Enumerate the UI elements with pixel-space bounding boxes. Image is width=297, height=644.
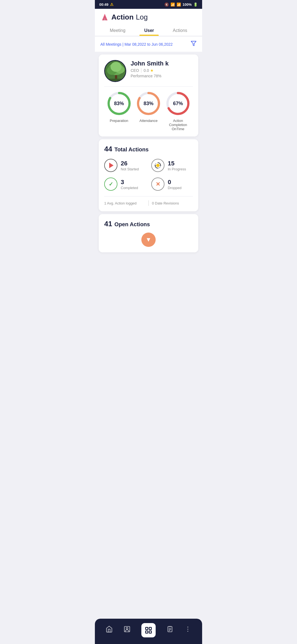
tab-meeting[interactable]: Meeting [104, 25, 131, 36]
header: Action Log Meeting User Actions [95, 9, 202, 36]
completed-text: 3 Completed [121, 179, 138, 190]
dropped-text: 0 Dropped [168, 179, 182, 190]
svg-rect-9 [105, 79, 126, 82]
tab-actions[interactable]: Actions [167, 25, 193, 36]
open-actions-label: Open Actions [114, 221, 150, 228]
stat-dropped: ✕ 0 Dropped [151, 178, 193, 191]
footer-divider [148, 200, 149, 206]
preparation-label: Preparation [110, 119, 128, 123]
user-name: John Smith k [131, 60, 193, 67]
role-divider [141, 68, 141, 73]
attendance-value: 83% [144, 101, 153, 107]
in-progress-label: In Progress [168, 167, 186, 171]
x-icon: ✕ [156, 181, 160, 187]
battery-text: 100% [183, 2, 192, 7]
app-title: Action Log [100, 13, 197, 21]
status-time: 00:49 [99, 2, 108, 7]
tabs: Meeting User Actions [100, 25, 197, 36]
svg-marker-2 [191, 41, 196, 46]
user-profile-card: John Smith k CEO 0.0 ★ Performance 78% [99, 54, 198, 137]
in-progress-icon-circle [151, 159, 164, 172]
total-actions-header: 44 Total Actions [104, 145, 193, 153]
title-log: Log [136, 13, 148, 21]
preparation-value: 83% [114, 101, 124, 107]
star-icon: ★ [150, 68, 154, 73]
stat-completed: ✓ 3 Completed [104, 178, 146, 191]
title-action: Action [111, 13, 134, 21]
stat-in-progress: 15 In Progress [151, 159, 193, 172]
signal-icon: 📶 [177, 2, 181, 7]
profile-divider [104, 86, 193, 87]
in-progress-text: 15 In Progress [168, 160, 186, 171]
avg-action: 1 Avg. Action logged [104, 201, 145, 205]
avatar [104, 60, 126, 82]
open-actions-card: 41 Open Actions ▼ [99, 214, 198, 252]
attendance-circle: 83% [136, 91, 161, 116]
total-count: 44 [104, 145, 112, 153]
total-label: Total Actions [114, 146, 148, 153]
not-started-text: 26 Not Started [121, 160, 139, 171]
svg-point-7 [111, 62, 122, 72]
user-rating: 0.0 ★ [144, 68, 153, 73]
actions-stats-card: 44 Total Actions 26 Not Started [99, 139, 198, 211]
open-actions-count: 41 [104, 220, 112, 228]
open-actions-header: 41 Open Actions [104, 220, 193, 228]
filter-icon[interactable] [191, 40, 197, 48]
in-progress-count: 15 [168, 160, 186, 167]
completed-icon-circle: ✓ [104, 178, 117, 191]
expand-button[interactable]: ▼ [141, 233, 156, 247]
warning-icon: ⚠ [110, 2, 114, 7]
user-performance: Performance 78% [131, 74, 193, 78]
mute-icon: 🔇 [164, 2, 169, 7]
tab-user[interactable]: User [139, 25, 160, 36]
svg-point-17 [156, 164, 160, 167]
app-logo-icon [100, 13, 109, 21]
not-started-count: 26 [121, 160, 139, 167]
status-icons: 🔇 📶 📶 100% 🔋 [164, 2, 198, 7]
chart-attendance: 83% Attendance [136, 91, 161, 123]
status-bar: 00:49 ⚠ 🔇 📶 📶 100% 🔋 [95, 0, 202, 9]
stats-footer: 1 Avg. Action logged 0 Date Revisions [104, 196, 193, 206]
preparation-circle: 83% [107, 91, 131, 116]
wifi-icon: 📶 [170, 2, 175, 7]
date-revisions: 0 Date Revisions [152, 201, 193, 205]
charts-row: 83% Preparation 83% Attendance [104, 91, 193, 131]
user-info: John Smith k CEO 0.0 ★ Performance 78% [131, 60, 193, 78]
in-progress-spinner-icon [154, 162, 162, 169]
filter-text[interactable]: All Meetings | Mar 08,2022 to Jun 06,202… [100, 42, 173, 47]
stats-grid: 26 Not Started 15 [104, 159, 193, 191]
completed-count: 3 [121, 179, 138, 186]
play-icon [109, 163, 114, 168]
chart-action-completion: 67% Action Completion OnTime [166, 91, 190, 131]
dropped-icon-circle: ✕ [151, 178, 164, 191]
battery-icon: 🔋 [193, 2, 198, 7]
stat-not-started: 26 Not Started [104, 159, 146, 172]
completed-label: Completed [121, 186, 138, 190]
action-completion-label: Action Completion OnTime [167, 119, 189, 131]
dropped-label: Dropped [168, 186, 182, 190]
dropped-count: 0 [168, 179, 182, 186]
user-role: CEO [131, 68, 139, 73]
filter-bar: All Meetings | Mar 08,2022 to Jun 06,202… [95, 37, 202, 52]
attendance-label: Attendance [139, 119, 158, 123]
not-started-label: Not Started [121, 167, 139, 171]
chart-preparation: 83% Preparation [107, 91, 131, 123]
action-completion-value: 67% [173, 101, 183, 107]
action-completion-circle: 67% [166, 91, 190, 116]
not-started-icon-circle [104, 159, 117, 172]
check-icon: ✓ [109, 181, 113, 187]
